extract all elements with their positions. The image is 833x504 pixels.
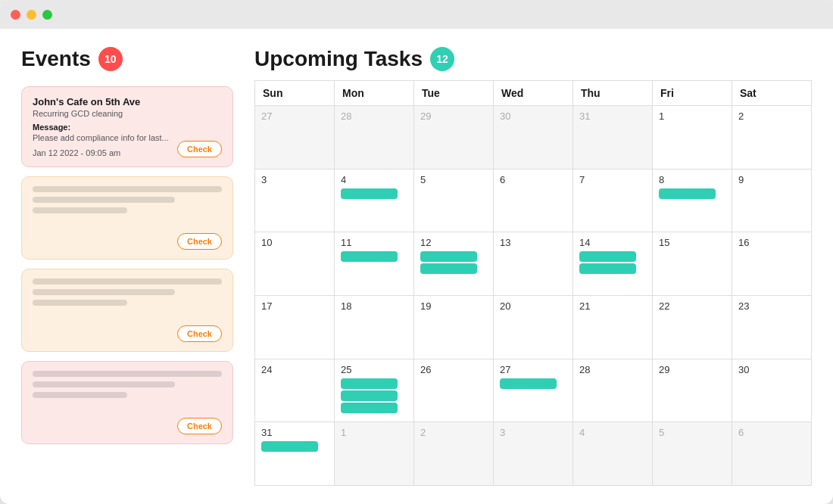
cal-cell-r2-c1[interactable]: 11 <box>335 232 414 296</box>
cal-cell-r4-c2[interactable]: 26 <box>414 359 494 423</box>
cal-header-wed: Wed <box>494 81 573 106</box>
card-2-check-button[interactable]: Check <box>177 233 222 250</box>
cal-cell-r1-c1[interactable]: 4 <box>335 170 414 233</box>
cal-cell-r3-c0[interactable]: 17 <box>255 296 335 359</box>
event-card-1: John's Cafe on 5th Ave Recurring GCD cle… <box>21 86 233 167</box>
cal-cell-r2-c4[interactable]: 14 <box>573 232 653 296</box>
cal-cell-r3-c1[interactable]: 18 <box>335 296 414 359</box>
cal-day-number: 13 <box>500 237 566 248</box>
cal-day-number: 4 <box>341 174 407 185</box>
cal-day-number: 21 <box>579 300 646 312</box>
cal-day-number: 16 <box>738 237 805 248</box>
cal-day-number: 9 <box>738 174 805 185</box>
calendar-badge: 12 <box>430 47 454 71</box>
cal-cell-r3-c5[interactable]: 22 <box>653 296 732 359</box>
cal-day-number: 12 <box>420 237 487 248</box>
cal-header-thu: Thu <box>573 81 653 106</box>
cal-cell-r1-c2[interactable]: 5 <box>414 170 494 233</box>
card-4-check-button[interactable]: Check <box>177 418 222 434</box>
cal-cell-r0-c5[interactable]: 1 <box>653 106 732 170</box>
calendar-grid: Sun Mon Tue Wed Thu Fri Sat 272829303112… <box>254 80 812 486</box>
cal-cell-r1-c3[interactable]: 6 <box>494 170 573 233</box>
cal-cell-r1-c6[interactable]: 9 <box>732 170 812 233</box>
card-1-label: Message: <box>33 123 222 132</box>
cal-header-tue: Tue <box>414 81 494 106</box>
cal-cell-r0-c0[interactable]: 27 <box>255 106 335 170</box>
cal-cell-r4-c5[interactable]: 29 <box>653 359 732 423</box>
cal-day-number: 6 <box>738 427 805 438</box>
cal-header-sat: Sat <box>732 81 812 106</box>
cal-cell-r1-c5[interactable]: 8 <box>653 170 732 233</box>
cal-cell-r2-c2[interactable]: 12 <box>414 232 494 296</box>
cal-cell-r2-c6[interactable]: 16 <box>732 232 812 296</box>
cal-cell-r5-c1[interactable]: 1 <box>335 422 414 486</box>
cal-cell-r4-c3[interactable]: 27 <box>494 359 573 423</box>
cal-cell-r4-c4[interactable]: 28 <box>573 359 653 423</box>
cal-day-number: 30 <box>738 364 805 375</box>
cal-day-number: 2 <box>420 427 487 438</box>
app-window: Events 10 John's Cafe on 5th Ave Recurri… <box>0 0 833 504</box>
cal-cell-r5-c6[interactable]: 6 <box>732 422 812 486</box>
maximize-dot[interactable] <box>42 10 52 20</box>
cal-cell-r4-c1[interactable]: 25 <box>335 359 414 423</box>
cal-day-number: 27 <box>261 110 328 122</box>
cal-cell-r5-c3[interactable]: 3 <box>494 422 573 486</box>
cal-day-number: 3 <box>500 427 566 438</box>
cal-day-number: 7 <box>579 174 646 185</box>
cal-day-number: 26 <box>420 364 487 375</box>
cal-cell-r1-c4[interactable]: 7 <box>573 170 653 233</box>
cal-day-number: 1 <box>659 110 725 122</box>
task-bar <box>341 251 398 262</box>
cal-day-number: 17 <box>261 300 328 312</box>
cal-cell-r3-c4[interactable]: 21 <box>573 296 653 359</box>
card-2-body <box>33 186 222 232</box>
task-bar <box>341 403 398 413</box>
cal-day-number: 29 <box>659 364 725 375</box>
card-1-title: John's Cafe on 5th Ave <box>33 96 222 107</box>
cal-day-number: 5 <box>659 427 725 438</box>
task-bar <box>579 263 636 274</box>
cal-cell-r5-c2[interactable]: 2 <box>414 422 494 486</box>
cal-day-number: 2 <box>738 110 805 122</box>
cal-cell-r0-c4[interactable]: 31 <box>573 106 653 170</box>
cal-cell-r5-c4[interactable]: 4 <box>573 422 653 486</box>
cal-cell-r1-c0[interactable]: 3 <box>255 170 335 233</box>
cal-day-number: 29 <box>420 110 487 122</box>
cal-cell-r4-c0[interactable]: 24 <box>255 359 335 423</box>
cal-day-number: 31 <box>261 427 328 438</box>
cal-cell-r0-c6[interactable]: 2 <box>732 106 812 170</box>
events-title: Events <box>21 47 91 71</box>
cal-cell-r3-c6[interactable]: 23 <box>732 296 812 359</box>
cal-day-number: 31 <box>579 110 646 122</box>
cal-day-number: 23 <box>738 300 805 312</box>
event-card-4: Check <box>21 361 233 444</box>
titlebar <box>0 0 833 29</box>
cal-day-number: 18 <box>341 300 407 312</box>
cal-day-number: 1 <box>341 427 407 438</box>
card-1-check-button[interactable]: Check <box>177 141 222 157</box>
card-1-subtitle: Recurring GCD cleaning <box>33 109 222 118</box>
cal-cell-r5-c5[interactable]: 5 <box>653 422 732 486</box>
cal-day-number: 6 <box>500 174 566 185</box>
cal-cell-r5-c0[interactable]: 31 <box>255 422 335 486</box>
close-dot[interactable] <box>11 10 20 20</box>
minimize-dot[interactable] <box>27 10 36 20</box>
task-bar <box>341 188 398 199</box>
cal-cell-r0-c2[interactable]: 29 <box>414 106 494 170</box>
cal-day-number: 8 <box>659 174 725 185</box>
cal-cell-r4-c6[interactable]: 30 <box>732 359 812 423</box>
events-header: Events 10 <box>21 47 233 71</box>
cal-cell-r2-c5[interactable]: 15 <box>653 232 732 296</box>
event-card-3: Check <box>21 269 233 352</box>
cal-cell-r0-c1[interactable]: 28 <box>335 106 414 170</box>
task-bar <box>341 390 398 401</box>
cal-cell-r3-c3[interactable]: 20 <box>494 296 573 359</box>
calendar-title: Upcoming Tasks <box>254 47 423 71</box>
cal-cell-r2-c0[interactable]: 10 <box>255 232 335 296</box>
card-3-check-button[interactable]: Check <box>177 325 222 342</box>
cal-cell-r0-c3[interactable]: 30 <box>494 106 573 170</box>
cal-day-number: 3 <box>261 174 328 185</box>
cal-cell-r2-c3[interactable]: 13 <box>494 232 573 296</box>
cal-cell-r3-c2[interactable]: 19 <box>414 296 494 359</box>
task-bar <box>579 251 636 262</box>
